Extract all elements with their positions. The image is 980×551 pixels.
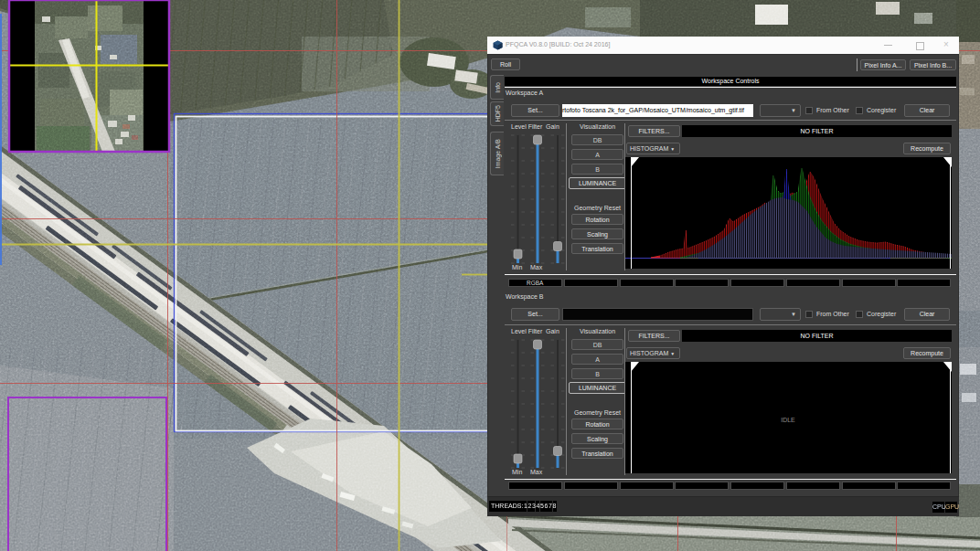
svg-text:IDLE: IDLE [781, 417, 795, 423]
